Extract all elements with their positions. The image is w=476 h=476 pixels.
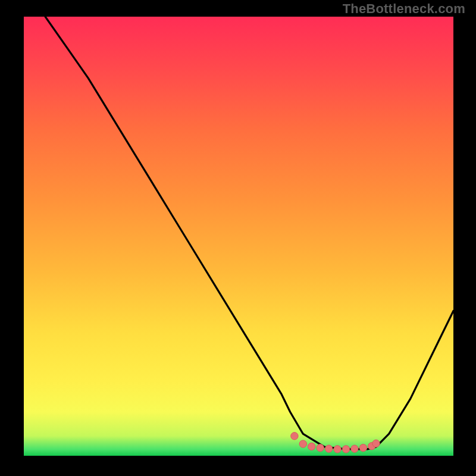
gradient-background bbox=[24, 17, 453, 456]
highlight-marker bbox=[291, 433, 298, 440]
highlight-marker bbox=[351, 445, 358, 452]
highlight-marker bbox=[325, 445, 332, 452]
highlight-marker bbox=[317, 444, 324, 452]
highlight-marker bbox=[359, 444, 367, 452]
highlight-marker bbox=[299, 440, 306, 447]
chart-frame: TheBottleneck.com bbox=[0, 0, 476, 476]
highlight-marker bbox=[308, 443, 315, 450]
highlight-marker bbox=[342, 446, 349, 453]
plot-area bbox=[24, 17, 453, 456]
bottleneck-chart bbox=[24, 17, 453, 456]
highlight-marker bbox=[372, 440, 380, 447]
watermark-label: TheBottleneck.com bbox=[343, 1, 465, 17]
highlight-marker bbox=[334, 446, 341, 453]
